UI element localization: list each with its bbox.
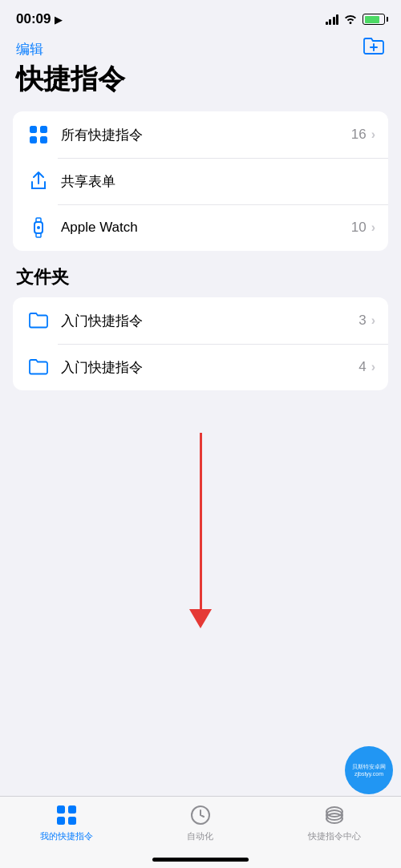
svg-rect-10: [57, 805, 65, 813]
status-time: 00:09: [16, 11, 51, 27]
watermark: 贝斯特安卓网zjbstyy.com: [345, 746, 393, 794]
svg-rect-13: [68, 817, 76, 825]
svg-point-9: [37, 226, 40, 229]
folder2-count: 4: [358, 359, 366, 375]
watermark-text: 贝斯特安卓网zjbstyy.com: [352, 763, 386, 777]
header: 编辑 快捷指令: [0, 34, 401, 111]
tab-my-shortcuts[interactable]: 我的快捷指令: [34, 803, 99, 842]
folder2-item[interactable]: 入门快捷指令 4 ›: [13, 344, 388, 390]
add-folder-button[interactable]: [363, 37, 385, 61]
svg-rect-5: [40, 136, 47, 143]
wifi-icon: [343, 13, 358, 26]
home-indicator: [152, 858, 249, 862]
folder1-item[interactable]: 入门快捷指令 3 ›: [13, 297, 388, 344]
status-icons: [326, 13, 386, 26]
my-shortcuts-tab-label: 我的快捷指令: [40, 830, 93, 842]
chevron-icon: ›: [371, 220, 375, 235]
tab-gallery[interactable]: 快捷指令中心: [302, 803, 367, 842]
all-shortcuts-count: 16: [351, 127, 367, 143]
gallery-tab-icon: [322, 803, 346, 827]
apple-watch-item[interactable]: Apple Watch 10 ›: [13, 204, 388, 251]
folder2-icon: [26, 354, 51, 380]
page-title: 快捷指令: [16, 64, 385, 94]
gallery-tab-label: 快捷指令中心: [308, 830, 361, 842]
svg-rect-4: [30, 136, 37, 143]
folders-section: 入门快捷指令 3 › 入门快捷指令 4 ›: [13, 297, 388, 390]
shortcuts-section: 所有快捷指令 16 › 共享表单 Apple Watch 10 ›: [13, 111, 388, 251]
tab-automation[interactable]: 自动化: [168, 803, 233, 842]
status-bar: 00:09 ▶: [0, 0, 401, 34]
apple-watch-count: 10: [351, 220, 367, 236]
grid-icon: [26, 122, 51, 147]
svg-rect-11: [68, 805, 76, 813]
share-list-label: 共享表单: [61, 172, 375, 191]
chevron-icon: ›: [371, 360, 375, 374]
share-icon: [26, 168, 51, 194]
svg-rect-12: [57, 817, 65, 825]
my-shortcuts-tab-icon: [55, 803, 79, 827]
folders-section-title: 文件夹: [0, 265, 401, 297]
folder2-label: 入门快捷指令: [61, 358, 358, 377]
automation-tab-label: 自动化: [187, 830, 213, 842]
all-shortcuts-label: 所有快捷指令: [61, 126, 351, 144]
signal-bars-icon: [326, 14, 339, 25]
watch-icon: [26, 215, 51, 240]
header-nav: 编辑: [16, 37, 385, 61]
red-arrow: [189, 433, 212, 628]
svg-rect-7: [36, 218, 41, 222]
apple-watch-label: Apple Watch: [61, 220, 351, 236]
chevron-icon: ›: [371, 127, 375, 142]
folder1-icon: [26, 308, 51, 333]
automation-tab-icon: [188, 803, 213, 827]
svg-rect-3: [40, 126, 47, 133]
svg-rect-2: [30, 126, 37, 133]
svg-rect-8: [36, 233, 41, 237]
chevron-icon: ›: [371, 313, 375, 328]
battery-icon: [363, 14, 385, 25]
all-shortcuts-item[interactable]: 所有快捷指令 16 ›: [13, 111, 388, 158]
folder1-label: 入门快捷指令: [61, 312, 358, 330]
share-list-item[interactable]: 共享表单: [13, 158, 388, 204]
edit-button[interactable]: 编辑: [16, 40, 43, 59]
folder1-count: 3: [358, 313, 366, 329]
location-icon: ▶: [55, 14, 63, 26]
